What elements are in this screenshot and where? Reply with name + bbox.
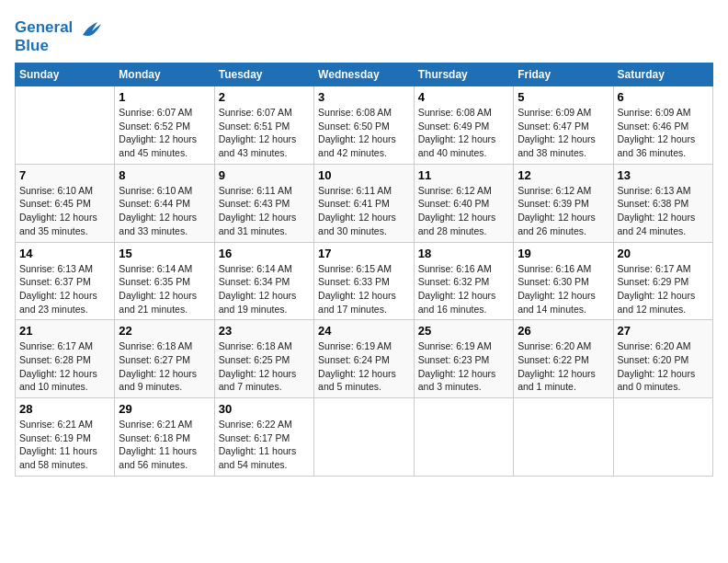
day-number: 2 [219, 90, 310, 104]
calendar-cell: 24Sunrise: 6:19 AM Sunset: 6:24 PM Dayli… [314, 320, 415, 398]
day-info: Sunrise: 6:21 AM Sunset: 6:18 PM Dayligh… [119, 418, 210, 472]
calendar-cell: 2Sunrise: 6:07 AM Sunset: 6:51 PM Daylig… [214, 86, 313, 165]
day-number: 26 [518, 324, 609, 338]
day-number: 20 [618, 247, 710, 260]
calendar-cell [16, 86, 115, 165]
day-info: Sunrise: 6:16 AM Sunset: 6:32 PM Dayligh… [418, 262, 509, 316]
day-info: Sunrise: 6:10 AM Sunset: 6:44 PM Dayligh… [119, 184, 210, 238]
day-number: 29 [119, 402, 210, 416]
calendar-cell [414, 398, 513, 477]
calendar-cell: 20Sunrise: 6:17 AM Sunset: 6:29 PM Dayli… [613, 242, 713, 320]
day-info: Sunrise: 6:22 AM Sunset: 6:17 PM Dayligh… [219, 418, 310, 472]
calendar-cell: 30Sunrise: 6:22 AM Sunset: 6:17 PM Dayli… [214, 398, 313, 477]
day-header-monday: Monday [115, 63, 214, 86]
day-info: Sunrise: 6:08 AM Sunset: 6:49 PM Dayligh… [418, 106, 509, 160]
day-info: Sunrise: 6:19 AM Sunset: 6:23 PM Dayligh… [418, 339, 509, 394]
day-info: Sunrise: 6:15 AM Sunset: 6:33 PM Dayligh… [318, 262, 410, 316]
day-info: Sunrise: 6:18 AM Sunset: 6:27 PM Dayligh… [119, 339, 210, 394]
calendar-cell: 29Sunrise: 6:21 AM Sunset: 6:18 PM Dayli… [115, 398, 214, 477]
day-info: Sunrise: 6:20 AM Sunset: 6:22 PM Dayligh… [518, 339, 609, 394]
logo-bird-icon [79, 18, 105, 39]
day-number: 1 [119, 90, 210, 104]
calendar-cell: 9Sunrise: 6:11 AM Sunset: 6:43 PM Daylig… [214, 164, 313, 242]
day-number: 14 [19, 247, 110, 260]
day-number: 24 [318, 324, 410, 338]
calendar-cell: 18Sunrise: 6:16 AM Sunset: 6:32 PM Dayli… [414, 242, 513, 320]
day-number: 9 [219, 168, 310, 182]
day-number: 17 [318, 247, 410, 260]
day-info: Sunrise: 6:13 AM Sunset: 6:38 PM Dayligh… [618, 184, 710, 238]
day-info: Sunrise: 6:13 AM Sunset: 6:37 PM Dayligh… [19, 262, 110, 316]
day-header-wednesday: Wednesday [314, 63, 415, 86]
day-info: Sunrise: 6:21 AM Sunset: 6:19 PM Dayligh… [19, 418, 110, 472]
day-number: 10 [318, 168, 410, 182]
day-number: 12 [518, 168, 609, 182]
calendar-cell: 6Sunrise: 6:09 AM Sunset: 6:46 PM Daylig… [613, 86, 713, 165]
day-number: 11 [418, 168, 509, 182]
calendar-cell: 25Sunrise: 6:19 AM Sunset: 6:23 PM Dayli… [414, 320, 513, 398]
day-number: 7 [19, 168, 110, 182]
day-number: 6 [618, 90, 710, 104]
day-number: 8 [119, 168, 210, 182]
calendar-cell: 4Sunrise: 6:08 AM Sunset: 6:49 PM Daylig… [414, 86, 513, 165]
day-number: 15 [119, 247, 210, 260]
calendar-cell: 16Sunrise: 6:14 AM Sunset: 6:34 PM Dayli… [214, 242, 313, 320]
logo: General Blue [15, 18, 105, 55]
day-info: Sunrise: 6:20 AM Sunset: 6:20 PM Dayligh… [618, 339, 710, 394]
logo-blue: Blue [15, 37, 105, 55]
day-info: Sunrise: 6:18 AM Sunset: 6:25 PM Dayligh… [219, 339, 310, 394]
day-info: Sunrise: 6:09 AM Sunset: 6:46 PM Dayligh… [618, 106, 710, 160]
day-number: 4 [418, 90, 509, 104]
calendar-cell: 17Sunrise: 6:15 AM Sunset: 6:33 PM Dayli… [314, 242, 415, 320]
day-info: Sunrise: 6:19 AM Sunset: 6:24 PM Dayligh… [318, 339, 410, 394]
day-header-friday: Friday [514, 63, 613, 86]
calendar-cell: 26Sunrise: 6:20 AM Sunset: 6:22 PM Dayli… [514, 320, 613, 398]
calendar-cell: 3Sunrise: 6:08 AM Sunset: 6:50 PM Daylig… [314, 86, 415, 165]
day-info: Sunrise: 6:17 AM Sunset: 6:29 PM Dayligh… [618, 262, 710, 316]
calendar-cell: 13Sunrise: 6:13 AM Sunset: 6:38 PM Dayli… [613, 164, 713, 242]
calendar-cell: 10Sunrise: 6:11 AM Sunset: 6:41 PM Dayli… [314, 164, 415, 242]
day-number: 23 [219, 324, 310, 338]
day-header-tuesday: Tuesday [214, 63, 313, 86]
day-number: 3 [318, 90, 410, 104]
calendar-cell: 27Sunrise: 6:20 AM Sunset: 6:20 PM Dayli… [613, 320, 713, 398]
calendar-cell: 8Sunrise: 6:10 AM Sunset: 6:44 PM Daylig… [115, 164, 214, 242]
day-info: Sunrise: 6:17 AM Sunset: 6:28 PM Dayligh… [19, 339, 110, 394]
day-number: 22 [119, 324, 210, 338]
day-info: Sunrise: 6:14 AM Sunset: 6:35 PM Dayligh… [119, 262, 210, 316]
day-info: Sunrise: 6:07 AM Sunset: 6:51 PM Dayligh… [219, 106, 310, 160]
calendar-cell: 28Sunrise: 6:21 AM Sunset: 6:19 PM Dayli… [16, 398, 115, 477]
day-number: 13 [618, 168, 710, 182]
calendar-cell: 23Sunrise: 6:18 AM Sunset: 6:25 PM Dayli… [214, 320, 313, 398]
calendar-cell: 1Sunrise: 6:07 AM Sunset: 6:52 PM Daylig… [115, 86, 214, 165]
calendar-cell: 19Sunrise: 6:16 AM Sunset: 6:30 PM Dayli… [514, 242, 613, 320]
calendar-cell: 15Sunrise: 6:14 AM Sunset: 6:35 PM Dayli… [115, 242, 214, 320]
calendar: SundayMondayTuesdayWednesdayThursdayFrid… [15, 63, 713, 477]
day-info: Sunrise: 6:12 AM Sunset: 6:39 PM Dayligh… [518, 184, 609, 238]
day-number: 18 [418, 247, 509, 260]
day-number: 25 [418, 324, 509, 338]
calendar-cell: 21Sunrise: 6:17 AM Sunset: 6:28 PM Dayli… [16, 320, 115, 398]
calendar-cell: 11Sunrise: 6:12 AM Sunset: 6:40 PM Dayli… [414, 164, 513, 242]
day-number: 19 [518, 247, 609, 260]
calendar-cell: 12Sunrise: 6:12 AM Sunset: 6:39 PM Dayli… [514, 164, 613, 242]
calendar-cell: 22Sunrise: 6:18 AM Sunset: 6:27 PM Dayli… [115, 320, 214, 398]
day-number: 5 [518, 90, 609, 104]
day-number: 21 [19, 324, 110, 338]
day-header-sunday: Sunday [16, 63, 115, 86]
day-number: 28 [19, 402, 110, 416]
day-header-thursday: Thursday [414, 63, 513, 86]
day-number: 27 [618, 324, 710, 338]
day-number: 16 [219, 247, 310, 260]
day-info: Sunrise: 6:08 AM Sunset: 6:50 PM Dayligh… [318, 106, 410, 160]
calendar-cell [314, 398, 415, 477]
calendar-cell: 7Sunrise: 6:10 AM Sunset: 6:45 PM Daylig… [16, 164, 115, 242]
day-info: Sunrise: 6:09 AM Sunset: 6:47 PM Dayligh… [518, 106, 609, 160]
day-info: Sunrise: 6:14 AM Sunset: 6:34 PM Dayligh… [219, 262, 310, 316]
day-info: Sunrise: 6:12 AM Sunset: 6:40 PM Dayligh… [418, 184, 509, 238]
calendar-cell: 5Sunrise: 6:09 AM Sunset: 6:47 PM Daylig… [514, 86, 613, 165]
day-info: Sunrise: 6:11 AM Sunset: 6:41 PM Dayligh… [318, 184, 410, 238]
day-info: Sunrise: 6:10 AM Sunset: 6:45 PM Dayligh… [19, 184, 110, 238]
calendar-cell: 14Sunrise: 6:13 AM Sunset: 6:37 PM Dayli… [16, 242, 115, 320]
day-info: Sunrise: 6:07 AM Sunset: 6:52 PM Dayligh… [119, 106, 210, 160]
